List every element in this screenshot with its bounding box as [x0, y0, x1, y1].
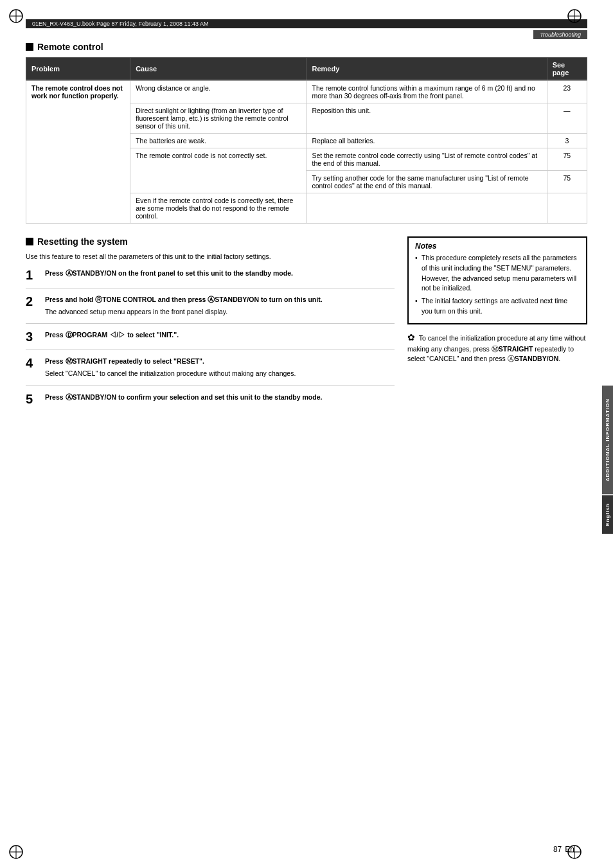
- table-header-row: Problem Cause Remedy Seepage: [26, 58, 587, 81]
- cause-cell-1: Wrong distance or angle.: [130, 80, 306, 103]
- table-row: The remote control does not work nor fun…: [26, 80, 587, 103]
- step-content-5: Press ⒶSTANDBY/ON to confirm your select…: [45, 393, 322, 405]
- page: 01EN_RX-V463_U.book Page 87 Friday, Febr…: [0, 0, 613, 868]
- remedy-cell-2: Reposition this unit.: [306, 103, 547, 134]
- cause-cell-2: Direct sunlight or lighting (from an inv…: [130, 103, 306, 134]
- resetting-section: Resetting the system Use this feature to…: [26, 236, 395, 418]
- tip-icon: ✿: [407, 332, 415, 342]
- step-num-2: 2: [26, 295, 40, 317]
- notes-section: Notes This procedure completely resets a…: [407, 236, 587, 418]
- step-content-3: Press ⒹPROGRAM ◁/▷ to select "INIT.".: [45, 330, 179, 343]
- section-square-icon-2: [26, 238, 33, 245]
- notes-box: Notes This procedure completely resets a…: [407, 236, 587, 324]
- step-5: 5 Press ⒶSTANDBY/ON to confirm your sele…: [26, 393, 395, 412]
- remedy-cell-4: Set the remote control code correctly us…: [306, 148, 547, 171]
- cause-cell-6: Even if the remote control code is corre…: [130, 193, 306, 224]
- english-tab: English: [602, 495, 613, 534]
- step-content-1: Press ⒶSTANDBY/ON on the front panel to …: [45, 269, 293, 281]
- troubleshooting-tag: Troubleshooting: [533, 30, 587, 39]
- seepage-cell-2: —: [547, 103, 587, 134]
- step-1: 1 Press ⒶSTANDBY/ON on the front panel t…: [26, 269, 395, 288]
- remedy-cell-5: Try setting another code for the same ma…: [306, 171, 547, 193]
- corner-mark-tr: [565, 6, 584, 26]
- step-sub-4: Select "CANCEL" to cancel the initializa…: [45, 369, 296, 379]
- corner-mark-tl: [6, 6, 26, 26]
- note-item-2: The initial factory settings are activat…: [415, 296, 580, 317]
- page-num-main: 87: [553, 845, 562, 854]
- step-sub-2: The advanced setup menu appears in the f…: [45, 307, 323, 317]
- file-info-text: 01EN_RX-V463_U.book Page 87 Friday, Febr…: [32, 21, 209, 27]
- seepage-cell-1: 23: [547, 80, 587, 103]
- remote-control-header: Remote control: [26, 42, 587, 52]
- col-remedy: Remedy: [306, 58, 547, 81]
- step-content-2: Press and hold ⓇTONE CONTROL and then pr…: [45, 295, 323, 317]
- col-cause: Cause: [130, 58, 306, 81]
- additional-info-tab: ADDITIONAL INFORMATION: [602, 385, 613, 494]
- problem-cell: The remote control does not work nor fun…: [26, 80, 130, 224]
- step-text-1: Press ⒶSTANDBY/ON on the front panel to …: [45, 269, 293, 277]
- step-content-4: Press ⓂSTRAIGHT repeatedly to select "RE…: [45, 357, 296, 379]
- step-4: 4 Press ⓂSTRAIGHT repeatedly to select "…: [26, 357, 395, 386]
- tip-text: To cancel the initialization procedure a…: [407, 334, 585, 363]
- seepage-cell-6: [547, 193, 587, 224]
- note-item-1: This procedure completely resets all the…: [415, 253, 580, 294]
- remedy-cell-6: [306, 193, 547, 224]
- lower-section: Resetting the system Use this feature to…: [26, 236, 587, 418]
- notes-label: Notes: [415, 242, 580, 251]
- seepage-cell-5: 75: [547, 171, 587, 193]
- side-tabs: ADDITIONAL INFORMATION English: [602, 385, 613, 534]
- step-2: 2 Press and hold ⓇTONE CONTROL and then …: [26, 295, 395, 324]
- seepage-cell-4: 75: [547, 148, 587, 171]
- step-num-5: 5: [26, 393, 40, 405]
- section-square-icon: [26, 43, 33, 51]
- remedy-cell-3: Replace all batteries.: [306, 134, 547, 148]
- step-text-3: Press ⒹPROGRAM ◁/▷ to select "INIT.".: [45, 331, 179, 339]
- remote-control-table-wrapper: Problem Cause Remedy Seepage The remote …: [26, 57, 587, 224]
- step-num-3: 3: [26, 330, 40, 343]
- top-bar: 01EN_RX-V463_U.book Page 87 Friday, Febr…: [26, 19, 587, 28]
- page-num-suffix: En: [565, 845, 574, 854]
- remote-control-title: Remote control: [37, 42, 103, 52]
- resetting-intro: Use this feature to reset all the parame…: [26, 252, 395, 262]
- page-number: 87 En: [553, 842, 574, 855]
- remote-control-table: Problem Cause Remedy Seepage The remote …: [26, 57, 587, 224]
- seepage-cell-3: 3: [547, 134, 587, 148]
- remedy-cell-1: The remote control functions within a ma…: [306, 80, 547, 103]
- corner-mark-bl: [6, 842, 26, 862]
- tip-section: ✿ To cancel the initialization procedure…: [407, 331, 587, 365]
- col-seepage: Seepage: [547, 58, 587, 81]
- step-num-1: 1: [26, 269, 40, 281]
- cause-cell-3: The batteries are weak.: [130, 134, 306, 148]
- header-top: Troubleshooting: [26, 30, 587, 39]
- step-text-5: Press ⒶSTANDBY/ON to confirm your select…: [45, 393, 322, 401]
- step-num-4: 4: [26, 357, 40, 379]
- resetting-header: Resetting the system: [26, 236, 395, 247]
- col-problem: Problem: [26, 58, 130, 81]
- step-text-2: Press and hold ⓇTONE CONTROL and then pr…: [45, 296, 323, 303]
- cause-cell-4: The remote control code is not correctly…: [130, 148, 306, 193]
- resetting-title: Resetting the system: [37, 236, 128, 247]
- step-3: 3 Press ⒹPROGRAM ◁/▷ to select "INIT.".: [26, 330, 395, 350]
- step-text-4: Press ⓂSTRAIGHT repeatedly to select "RE…: [45, 357, 204, 365]
